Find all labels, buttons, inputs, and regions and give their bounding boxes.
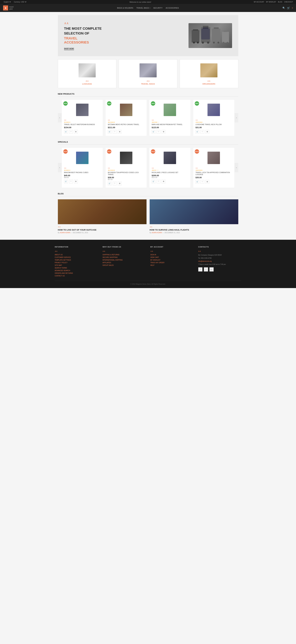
search-icon[interactable]: 🔍 [282,7,285,9]
special-card-1[interactable]: SALE ∧∧ ★★★★☆ BINGOMI BEST PACKING CUBES… [62,148,103,188]
product-2-badge: NEW [107,101,111,106]
special-1-cart-btn[interactable]: 🛒 [64,180,68,183]
product-4-cart-btn[interactable]: 🛒 [195,130,199,134]
category-travel-bags[interactable]: ∧∧ TRAVEL BAGS [119,59,177,88]
footer-template-settings[interactable]: TEMPLATE SETTINGS [55,259,98,261]
footer-shipping-returns[interactable]: SHIPPING & RETURNS [103,254,146,256]
new-products-prev-arrow[interactable]: ‹ [58,113,62,122]
footer-search-terms[interactable]: SEARCH TERMS [55,267,98,269]
special-3-cart-btn[interactable]: 🛒 [152,180,155,183]
product-card-1[interactable]: NEW ∧∧ ★★★★☆ TRAVEL SELECT AMSTERDAM BUS… [62,100,103,136]
svg-point-2 [193,42,195,44]
new-products-next-arrow[interactable]: › [234,113,238,122]
blog-1-author[interactable]: ADMIN ADMIN [60,232,70,234]
footer-secure-shopping[interactable]: SECURE SHOPPING [103,256,146,258]
blog-2-author[interactable]: ADMIN ADMIN [152,232,162,234]
footer-site-map[interactable]: SITE MAP [55,264,98,266]
nav-accessories[interactable]: ACCESSORIES [166,7,179,9]
footer-orders-returns[interactable]: ORDERS AND RETURNS [55,272,98,274]
special-2-wishlist-btn[interactable]: ♡ [113,182,117,185]
special-card-2[interactable]: SALE ∧∧ ★★★★★ MYGREEN TSA APPROVED CODED… [105,148,147,188]
footer-group-sales[interactable]: GROUP SALES [103,264,146,266]
nav-travel-bags-link[interactable]: TRAVEL BAGS [136,7,149,9]
footer-privacy-policy[interactable]: PRIVACY POLICY [55,262,98,264]
product-3-cart-btn[interactable]: 🛒 [152,130,155,134]
logo[interactable]: ■ travel gear [3,6,14,10]
footer-advanced-search[interactable]: ADVANCED SEARCH [55,270,98,272]
special-1-compare-btn[interactable]: ⊞ [74,180,78,183]
special-4-compare-btn[interactable]: ⊞ [205,180,209,184]
product-3-compare-btn[interactable]: ⊞ [162,130,165,134]
checkout-link[interactable]: CHECKOUT [284,1,293,3]
language-select[interactable]: English [3,1,11,3]
footer-contact-us[interactable]: CONTACT US [55,275,98,277]
product-1-cart-btn[interactable]: 🛒 [64,130,68,134]
svg-point-3 [197,42,199,44]
my-wishlist-link[interactable]: MY WISHLIST [266,1,276,3]
categories-section: ∧∧ LUGGAGE ∧∧ TRAVEL BAGS ∧∧ ORGANIZERS [55,59,241,88]
footer-view-cart[interactable]: VIEW CART [150,256,194,258]
product-2-compare-btn[interactable]: ⊞ [118,130,122,134]
category-organizers[interactable]: ∧∧ ORGANIZERS [180,59,238,88]
product-4-wishlist-btn[interactable]: ♡ [200,130,204,134]
footer-sign-in[interactable]: SIGN IN [150,254,194,256]
product-card-2[interactable]: NEW ∧∧ ★★★★★ WITZMAN MEN'S RETRO CANVAS … [105,100,147,136]
blog-link[interactable]: BLOG [278,1,282,3]
special-2-compare-btn[interactable]: ⊞ [118,182,122,185]
specials-prev-arrow[interactable]: ‹ [58,163,62,172]
footer-my-wishlist[interactable]: MY WISHLIST [150,259,194,261]
product-card-3[interactable]: NEW ∧∧ ★★★★☆ BARK AND MEOW PREMIUM PET T… [149,100,191,136]
category-luggage[interactable]: ∧∧ LUGGAGE [58,59,117,88]
product-2-stars: ★★★★★ [108,121,144,123]
product-1-compare-btn[interactable]: ⊞ [74,130,78,134]
category-travel-bags-decoration: ∧∧ [147,80,150,82]
blog-card-2[interactable]: ∧∧ HOW TO SURVIVE LONG-HAUL FLIGHTS By A… [150,199,238,234]
footer-about-us[interactable]: ABOUT US [55,254,98,256]
product-1-wishlist-btn[interactable]: ♡ [69,130,73,134]
specials-grid: SALE ∧∧ ★★★★☆ BINGOMI BEST PACKING CUBES… [62,148,234,188]
footer-international-shipping[interactable]: INTERNATIONAL SHIPPING [103,259,146,261]
product-4-badge: NEW [195,101,199,106]
footer-customer-service[interactable]: CUSTOMER SERVICE [55,256,98,258]
special-2-stars: ★★★★★ [108,169,144,171]
logo-icon-symbol: ■ [5,7,6,9]
my-account-link[interactable]: MY ACCOUNT [254,1,264,3]
nav-security[interactable]: SECURITY [153,7,163,9]
svg-point-7 [207,42,209,44]
footer-track-my-order[interactable]: TRACK MY ORDER [150,262,194,264]
specials-carousel: ‹ SALE ∧∧ ★★★★☆ BINGOMI BEST PACKING CUB… [58,148,238,188]
product-2-cart-btn[interactable]: 🛒 [108,130,112,134]
product-4-img-placeholder [207,104,220,116]
cart-icon[interactable]: 🛒 [287,6,290,10]
currency-select[interactable]: Currency: USD [13,1,27,3]
special-3-wishlist-btn[interactable]: ♡ [157,180,160,183]
footer-hours: 7 Days a week from 9:00 am to 7:00 pm [198,263,241,266]
facebook-button[interactable]: f [198,267,202,272]
blog-card-1[interactable]: ∧∧ HOW TO LIVE OUT OF YOUR SUITCASE By A… [58,199,147,234]
nav-travel-bags[interactable]: TRAVEL BAGS ▾ [136,7,150,9]
product-card-4[interactable]: NEW ∧∧ ★★★★★ LOVEHOME TRAVEL NECK PILLOW… [193,100,234,136]
hero-subtitle-line2: ACCESSORIES [64,40,148,44]
twitter-button[interactable]: t [204,267,208,272]
special-2-cart-btn[interactable]: 🛒 [108,182,112,185]
googleplus-button[interactable]: g+ [209,267,214,272]
special-3-compare-btn[interactable]: ⊞ [162,180,165,183]
footer-copyright: © 2016 Magento Demo Store. All Rights Re… [55,281,241,285]
product-3-wishlist-btn[interactable]: ♡ [157,130,160,134]
nav-bags-holders[interactable]: BAGS & HOLDERS [117,7,133,9]
footer-tel: Tel: 800-2345-6789 [198,257,241,260]
specials-next-arrow[interactable]: › [234,163,238,172]
product-2-wishlist-btn[interactable]: ♡ [113,130,117,134]
special-4-cart-btn[interactable]: 🛒 [195,180,199,184]
special-1-wishlist-btn[interactable]: ♡ [69,180,73,183]
special-3-image [152,150,188,166]
welcome-message: Welcome to our online store! [129,1,151,3]
special-card-4[interactable]: SALE ∧∧ ★★★★★ TRAVEL LOCK TSA-APPROVED C… [193,148,234,188]
special-4-decoration: ∧∧ [195,167,232,169]
product-4-compare-btn[interactable]: ⊞ [205,130,209,134]
footer-help[interactable]: HELP [150,264,194,266]
footer-affiliates[interactable]: AFFILIATES [103,262,146,264]
hero-cta-button[interactable]: SHOP NOW! [64,48,74,50]
special-card-3[interactable]: SALE ∧∧ ★★★☆☆ ROCKLAND 2 PIECE LUGGAGE S… [149,148,191,188]
special-4-wishlist-btn[interactable]: ♡ [200,180,204,184]
